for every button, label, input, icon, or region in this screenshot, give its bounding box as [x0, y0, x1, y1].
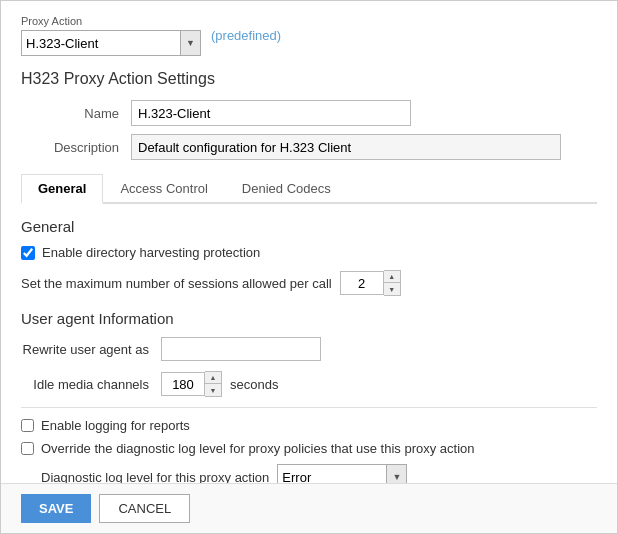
- description-input[interactable]: [131, 134, 561, 160]
- description-row: Description: [21, 134, 597, 160]
- tab-general[interactable]: General: [21, 174, 103, 204]
- override-row: Override the diagnostic log level for pr…: [21, 441, 597, 456]
- diagnostic-dropdown-arrow[interactable]: ▼: [387, 464, 407, 483]
- idle-label: Idle media channels: [21, 377, 161, 392]
- description-label: Description: [21, 140, 131, 155]
- max-sessions-up[interactable]: ▲: [384, 271, 400, 283]
- tabs: General Access Control Denied Codecs: [21, 174, 597, 204]
- cancel-button[interactable]: CANCEL: [99, 494, 190, 523]
- save-button[interactable]: SAVE: [21, 494, 91, 523]
- idle-spinner: ▲ ▼: [161, 371, 222, 397]
- diagnostic-select-wrap: Error Warning Information Debug ▼: [277, 464, 407, 483]
- user-agent-section: User agent Information Rewrite user agen…: [21, 310, 597, 397]
- enable-directory-harvesting-row: Enable directory harvesting protection: [21, 245, 597, 260]
- dialog: Proxy Action H.323-Client ▼ (predefined)…: [0, 0, 618, 534]
- proxy-action-select-wrap: Proxy Action H.323-Client ▼: [21, 15, 201, 56]
- enable-directory-harvesting-label: Enable directory harvesting protection: [42, 245, 260, 260]
- diagnostic-label: Diagnostic log level for this proxy acti…: [41, 470, 269, 484]
- proxy-action-dropdown-arrow[interactable]: ▼: [181, 30, 201, 56]
- section-title: H323 Proxy Action Settings: [21, 70, 597, 88]
- proxy-action-row: Proxy Action H.323-Client ▼ (predefined): [21, 15, 597, 56]
- proxy-action-label: Proxy Action: [21, 15, 201, 27]
- max-sessions-spinner: ▲ ▼: [340, 270, 401, 296]
- dialog-inner: Proxy Action H.323-Client ▼ (predefined)…: [1, 1, 617, 483]
- max-sessions-input[interactable]: [340, 271, 384, 295]
- proxy-action-control: H.323-Client ▼: [21, 30, 201, 56]
- idle-spinner-btns: ▲ ▼: [205, 371, 222, 397]
- tab-denied-codecs[interactable]: Denied Codecs: [225, 174, 348, 204]
- name-input[interactable]: [131, 100, 411, 126]
- predefined-link[interactable]: (predefined): [211, 28, 281, 43]
- footer: SAVE CANCEL: [1, 483, 617, 533]
- rewrite-input[interactable]: [161, 337, 321, 361]
- idle-row: Idle media channels ▲ ▼ seconds: [21, 371, 597, 397]
- general-title: General: [21, 218, 597, 235]
- seconds-label: seconds: [230, 377, 278, 392]
- override-checkbox[interactable]: [21, 442, 34, 455]
- divider: [21, 407, 597, 408]
- rewrite-label: Rewrite user agent as: [21, 342, 161, 357]
- user-agent-title: User agent Information: [21, 310, 597, 327]
- enable-logging-checkbox[interactable]: [21, 419, 34, 432]
- max-sessions-row: Set the maximum number of sessions allow…: [21, 270, 597, 296]
- rewrite-row: Rewrite user agent as: [21, 337, 597, 361]
- idle-input[interactable]: [161, 372, 205, 396]
- general-section: General Enable directory harvesting prot…: [21, 218, 597, 296]
- tab-access-control[interactable]: Access Control: [103, 174, 224, 204]
- enable-logging-label: Enable logging for reports: [41, 418, 190, 433]
- enable-directory-harvesting-checkbox[interactable]: [21, 246, 35, 260]
- name-row: Name: [21, 100, 597, 126]
- override-label: Override the diagnostic log level for pr…: [41, 441, 475, 456]
- idle-up[interactable]: ▲: [205, 372, 221, 384]
- proxy-action-select[interactable]: H.323-Client: [21, 30, 181, 56]
- diagnostic-row: Diagnostic log level for this proxy acti…: [41, 464, 597, 483]
- diagnostic-select[interactable]: Error Warning Information Debug: [277, 464, 387, 483]
- max-sessions-label: Set the maximum number of sessions allow…: [21, 276, 332, 291]
- max-sessions-spinner-btns: ▲ ▼: [384, 270, 401, 296]
- max-sessions-down[interactable]: ▼: [384, 283, 400, 295]
- enable-logging-row: Enable logging for reports: [21, 418, 597, 433]
- name-label: Name: [21, 106, 131, 121]
- log-section: Enable logging for reports Override the …: [21, 418, 597, 483]
- idle-down[interactable]: ▼: [205, 384, 221, 396]
